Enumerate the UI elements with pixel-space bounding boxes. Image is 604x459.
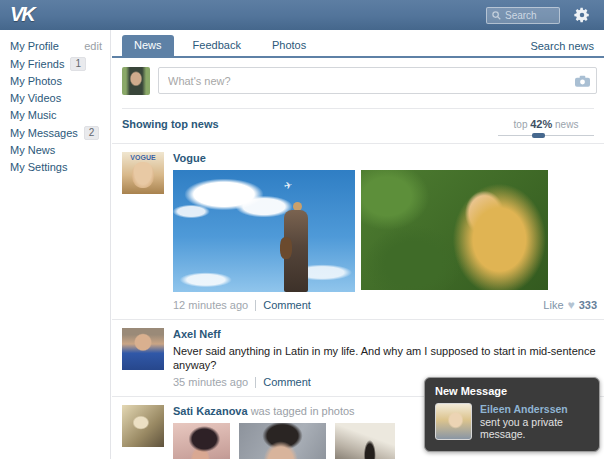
sidebar: My Profile edit My Friends 1 My Photos M… bbox=[0, 30, 111, 459]
sidebar-label: My Settings bbox=[10, 161, 67, 174]
vogue-cover-face bbox=[132, 162, 154, 188]
post-photo[interactable] bbox=[239, 423, 326, 459]
post-avatar-vogue[interactable]: VOGUE bbox=[122, 152, 164, 194]
header-search-input[interactable]: Search bbox=[486, 7, 560, 24]
heart-icon: ♥ bbox=[568, 300, 575, 310]
top-news-slider-handle[interactable] bbox=[532, 133, 545, 138]
sidebar-label: My Messages bbox=[10, 127, 78, 140]
sidebar-item-my-videos[interactable]: My Videos bbox=[0, 90, 110, 107]
sidebar-item-my-photos[interactable]: My Photos bbox=[0, 73, 110, 90]
post-photo-row: ✈ bbox=[173, 170, 597, 292]
gear-icon[interactable] bbox=[573, 6, 591, 24]
post-photo[interactable] bbox=[335, 423, 395, 459]
sidebar-label: My Photos bbox=[10, 75, 62, 88]
vogue-cover-text: VOGUE bbox=[122, 154, 164, 161]
slider-track[interactable] bbox=[498, 135, 594, 136]
tab-feedback[interactable]: Feedback bbox=[181, 35, 253, 56]
post-author-link[interactable]: Axel Neff bbox=[173, 328, 597, 340]
vk-page: VK Search My Profile edit My Friends 1 M… bbox=[0, 0, 604, 459]
tab-bar: Search news News Feedback Photos bbox=[112, 30, 604, 56]
post-text: Never said anything in Latin in my life.… bbox=[173, 344, 597, 372]
header-search-placeholder: Search bbox=[505, 10, 537, 21]
notification-message: sent you a private message. bbox=[480, 416, 589, 440]
filter-prefix: top bbox=[514, 119, 528, 130]
notification-body: Eileen Anderssen sent you a private mess… bbox=[425, 397, 599, 440]
post-photo[interactable]: ✈ bbox=[173, 170, 355, 292]
sidebar-item-my-news[interactable]: My News bbox=[0, 142, 110, 159]
sender-avatar[interactable] bbox=[435, 403, 472, 440]
vk-logo[interactable]: VK bbox=[10, 3, 34, 26]
notification-text: Eileen Anderssen sent you a private mess… bbox=[480, 403, 589, 440]
post-timestamp: 12 minutes ago bbox=[173, 299, 248, 311]
post-photo[interactable] bbox=[361, 170, 548, 290]
like-label: Like bbox=[543, 299, 563, 311]
sidebar-label: My Videos bbox=[10, 92, 61, 105]
whats-new-input[interactable] bbox=[158, 67, 597, 94]
comment-link[interactable]: Comment bbox=[263, 299, 311, 311]
new-message-notification[interactable]: New Message Eileen Anderssen sent you a … bbox=[424, 377, 600, 452]
filter-value: 42% bbox=[530, 118, 552, 130]
post-action-text: was tagged in photos bbox=[251, 405, 355, 417]
sidebar-label: My Music bbox=[10, 109, 56, 122]
footer-separator bbox=[255, 377, 256, 388]
post-footer: 12 minutes ago Comment Like ♥ 333 bbox=[173, 299, 597, 311]
sidebar-item-my-settings[interactable]: My Settings bbox=[0, 159, 110, 176]
feed-post-vogue: VOGUE Vogue ✈ 12 minutes ago bbox=[112, 143, 604, 319]
search-news-link[interactable]: Search news bbox=[530, 40, 594, 52]
top-news-slider[interactable] bbox=[498, 133, 594, 139]
like-count: 333 bbox=[579, 299, 597, 311]
comment-link[interactable]: Comment bbox=[263, 376, 311, 388]
status-composer bbox=[112, 58, 604, 104]
my-avatar[interactable] bbox=[122, 67, 150, 95]
notification-title: New Message bbox=[425, 378, 599, 397]
post-timestamp: 35 minutes ago bbox=[173, 376, 248, 388]
post-photo[interactable] bbox=[173, 423, 230, 459]
camera-icon[interactable] bbox=[575, 75, 590, 89]
post-avatar-sati[interactable] bbox=[122, 405, 164, 447]
edit-profile-link[interactable]: edit bbox=[84, 40, 102, 53]
sidebar-item-my-music[interactable]: My Music bbox=[0, 107, 110, 124]
top-news-label: top 42% news bbox=[514, 119, 579, 130]
tab-news[interactable]: News bbox=[122, 35, 174, 56]
search-icon bbox=[492, 11, 501, 20]
top-bar: VK Search bbox=[0, 0, 604, 30]
footer-separator bbox=[255, 300, 256, 311]
post-author-link[interactable]: Sati Kazanova bbox=[173, 405, 248, 417]
feed-header: Showing top news top 42% news bbox=[112, 109, 604, 143]
messages-count-badge: 2 bbox=[84, 126, 100, 140]
friends-count-badge: 1 bbox=[70, 57, 86, 71]
sidebar-item-my-messages[interactable]: My Messages 2 bbox=[0, 124, 110, 142]
feed-title: Showing top news bbox=[122, 118, 219, 130]
sidebar-item-my-profile[interactable]: My Profile edit bbox=[0, 38, 110, 55]
sender-name-link[interactable]: Eileen Anderssen bbox=[480, 403, 589, 415]
filter-suffix: news bbox=[555, 119, 578, 130]
tab-photos[interactable]: Photos bbox=[260, 35, 318, 56]
composer-box bbox=[158, 67, 597, 94]
top-news-control: top 42% news bbox=[498, 118, 594, 139]
like-button[interactable]: Like ♥ 333 bbox=[543, 299, 597, 311]
sidebar-item-my-friends[interactable]: My Friends 1 bbox=[0, 55, 110, 73]
post-avatar-axel[interactable] bbox=[122, 328, 164, 370]
post-body: Vogue ✈ 12 minutes ago Comment Like bbox=[173, 152, 597, 311]
sidebar-label: My News bbox=[10, 144, 55, 157]
sidebar-label: My Profile bbox=[10, 40, 59, 53]
photo-figure bbox=[280, 237, 292, 259]
plane-glyph: ✈ bbox=[283, 179, 293, 192]
post-author-link[interactable]: Vogue bbox=[173, 152, 597, 164]
sidebar-label: My Friends bbox=[10, 58, 64, 71]
